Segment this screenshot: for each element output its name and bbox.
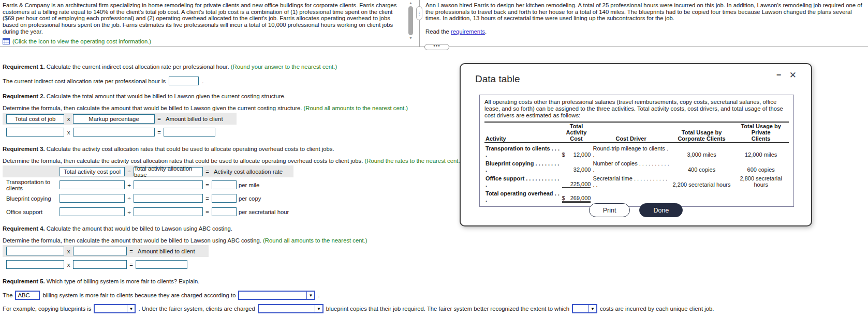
cost-value: 269,000 bbox=[570, 195, 591, 201]
req4-value1-input[interactable] bbox=[6, 260, 64, 269]
data-table-icon[interactable] bbox=[3, 38, 10, 44]
req3-pool-header-box[interactable]: Total activity cost pool bbox=[60, 167, 125, 176]
req3-rate-header: Activity cost allocation rate bbox=[214, 169, 283, 175]
private-usage-cell bbox=[733, 188, 789, 203]
rate-line-label: The current indirect cost allocation rat… bbox=[3, 78, 166, 84]
minimize-icon[interactable]: − bbox=[776, 70, 781, 80]
cost-value: 32,000 bbox=[573, 166, 591, 173]
req2-operand2-box[interactable]: Markup percentage bbox=[73, 114, 155, 124]
requirement-2-desc: Calculate the total amount that would be… bbox=[47, 93, 286, 99]
req4-operand1-input[interactable] bbox=[6, 247, 64, 255]
req2-operand1-box[interactable]: Total cost of job bbox=[6, 114, 64, 124]
req4-operand2-input[interactable] bbox=[73, 247, 127, 255]
req2-cost-input[interactable] bbox=[6, 128, 64, 137]
req3-transportation-base-input[interactable] bbox=[134, 180, 203, 189]
cost-value: 12,000 bbox=[573, 152, 591, 158]
dialog-title: Data table bbox=[475, 73, 520, 85]
problem-header: Farris & Company is an architectural fir… bbox=[0, 0, 868, 47]
requirement-2-hint: (Round all amounts to the nearest cent.) bbox=[304, 105, 408, 111]
req5-s2-mid2: blueprint copies that their job required… bbox=[326, 306, 569, 312]
req3-divide-sign: ÷ bbox=[125, 169, 134, 175]
req2-markup-input[interactable] bbox=[73, 128, 155, 137]
driver-cell bbox=[592, 188, 670, 203]
req3-office-rate-input[interactable] bbox=[212, 207, 237, 216]
splitter-handle[interactable]: ••• bbox=[424, 44, 449, 50]
req2-result-input[interactable] bbox=[164, 128, 215, 137]
req4-value2-input[interactable] bbox=[73, 260, 127, 269]
scroll-thumb[interactable] bbox=[408, 6, 413, 35]
operating-cost-table: Activity Total Activity Cost Cost Driver… bbox=[484, 122, 789, 203]
cost-cell: $269,000 bbox=[561, 188, 592, 203]
close-icon[interactable]: ✕ bbox=[789, 70, 797, 81]
scenario-statement: Ann Lawson hired Farris to design her ki… bbox=[425, 2, 863, 22]
req3-row-label: Blueprint copying bbox=[6, 195, 60, 202]
req3-office-base-input[interactable] bbox=[134, 207, 203, 216]
cost-cell: 32,000 bbox=[561, 158, 592, 173]
req2-equals2: = bbox=[155, 129, 164, 135]
requirement-1-hint: (Round your answer to the nearest cent.) bbox=[231, 64, 337, 70]
req3-row-unit: per copy bbox=[239, 195, 261, 202]
req5-s1-end: . bbox=[318, 292, 319, 298]
cost-value: 225,000 bbox=[570, 181, 591, 187]
table-row-transportation: Transporation to clients . . . . $12,000… bbox=[484, 143, 789, 158]
header-usage-private: Total Usage by Private Clients bbox=[733, 122, 789, 143]
table-row-total: Total operating overhead . . . $269,000 bbox=[484, 188, 789, 203]
req3-row-blueprint: Blueprint copying ÷ = per copy bbox=[3, 192, 293, 204]
requirement-5-heading: Requirement 5. Which type of billing sys… bbox=[3, 278, 868, 284]
req5-costs-select[interactable]: ▼ bbox=[572, 304, 597, 313]
req3-equals: = bbox=[203, 169, 212, 175]
req4-result-label: Amount billed to client bbox=[138, 248, 195, 254]
dollar-sign: $ bbox=[562, 152, 565, 158]
req3-blueprint-rate-input[interactable] bbox=[212, 194, 237, 203]
requirement-3-title: Requirement 3. bbox=[3, 146, 45, 152]
req5-s1-pre: The bbox=[3, 292, 12, 298]
req2-equals: = bbox=[155, 116, 164, 122]
requirement-3-hint: (Round the rates to the nearest cent.) bbox=[365, 158, 462, 164]
req4-result-input[interactable] bbox=[136, 260, 187, 269]
requirement-5-title: Requirement 5. bbox=[3, 278, 45, 284]
requirement-4-desc: Calculate the amount that would be bille… bbox=[47, 225, 232, 232]
equals-sign: = bbox=[203, 182, 212, 188]
header-total-activity-cost: Total Activity Cost bbox=[561, 122, 592, 143]
req5-sentence-2: For example, copying blueprints is ▼ . U… bbox=[3, 304, 868, 313]
corporate-usage-cell bbox=[670, 188, 733, 203]
done-button[interactable]: Done bbox=[639, 203, 683, 217]
private-usage-cell: 12,000 miles bbox=[733, 143, 789, 158]
chevron-down-icon: ▼ bbox=[589, 305, 596, 312]
private-usage-cell: 600 copies bbox=[733, 158, 789, 173]
req3-row-transportation: Transportation to clients ÷ = per mile bbox=[3, 179, 293, 191]
dollar-sign: $ bbox=[562, 195, 565, 201]
requirements-link[interactable]: requirements bbox=[451, 28, 485, 35]
req2-formula-row: Total cost of job x Markup percentage = … bbox=[3, 113, 237, 125]
select-value bbox=[259, 305, 315, 312]
req2-result-label: Amount billed to client bbox=[166, 116, 223, 122]
data-table-intro: All operating costs other than professio… bbox=[484, 99, 789, 119]
equals-sign: = bbox=[203, 209, 212, 215]
header-usage-corporate: Total Usage by Corporate Clients bbox=[670, 122, 733, 143]
req5-system-input[interactable] bbox=[15, 291, 40, 300]
rate-line-suffix: . bbox=[202, 78, 203, 84]
requirement-4-sub: Determine the formula, then calculate th… bbox=[3, 237, 261, 244]
req3-blueprint-base-input[interactable] bbox=[134, 194, 203, 203]
chevron-down-icon: ▼ bbox=[315, 305, 322, 312]
req5-s2-end: costs are incurred by each unique client… bbox=[600, 306, 714, 312]
req2-operator2: x bbox=[64, 129, 73, 135]
req5-charged-according-select[interactable]: ▼ bbox=[238, 291, 315, 300]
req5-charged-for-select[interactable]: ▼ bbox=[258, 304, 323, 313]
print-button[interactable]: Print bbox=[589, 203, 630, 217]
req3-office-pool-input[interactable] bbox=[60, 207, 125, 216]
req3-base-header-box[interactable]: Total activity allocation base bbox=[134, 167, 203, 176]
scroll-down-icon[interactable]: ▼ bbox=[409, 36, 413, 40]
activity-cell: Blueprint copying . . . . . . . . . bbox=[484, 158, 561, 173]
req5-blueprints-select[interactable]: ▼ bbox=[94, 304, 136, 313]
req3-blueprint-pool-input[interactable] bbox=[60, 194, 125, 203]
left-pane-scrollbar[interactable]: ▲ ▼ bbox=[407, 1, 414, 40]
req3-row-label: Office support bbox=[6, 209, 60, 215]
req3-transportation-rate-input[interactable] bbox=[212, 180, 237, 189]
problem-statement: Farris & Company is an architectural fir… bbox=[3, 2, 404, 35]
req1-rate-input[interactable] bbox=[169, 77, 199, 85]
scroll-up-icon[interactable]: ▲ bbox=[409, 1, 413, 5]
req3-transportation-pool-input[interactable] bbox=[60, 180, 125, 189]
corporate-usage-cell: 2,200 secretarial hours bbox=[670, 173, 733, 188]
pane-divider-handle[interactable]: ⋮ bbox=[416, 6, 422, 20]
